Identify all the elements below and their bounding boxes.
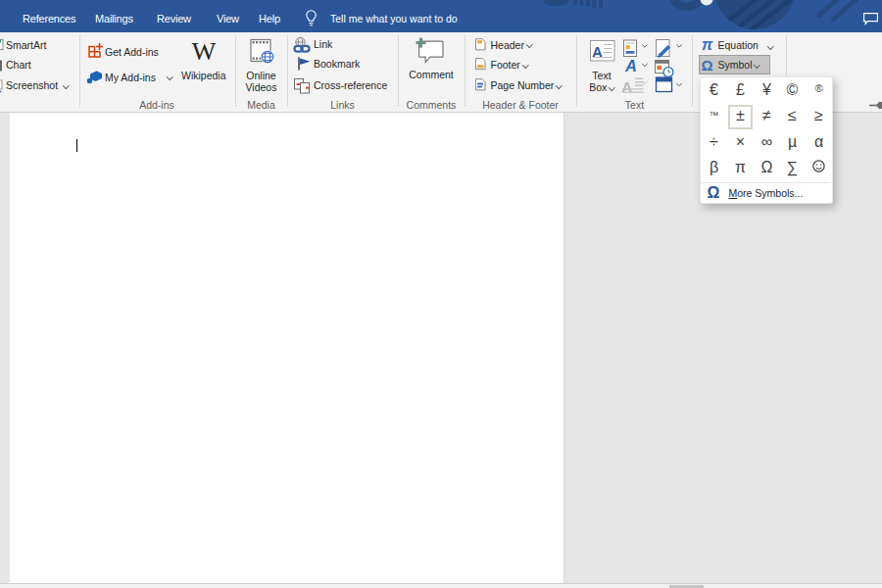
svg-text:W: W [192,37,217,66]
svg-text:A: A [624,57,637,74]
svg-text:π: π [702,36,713,53]
